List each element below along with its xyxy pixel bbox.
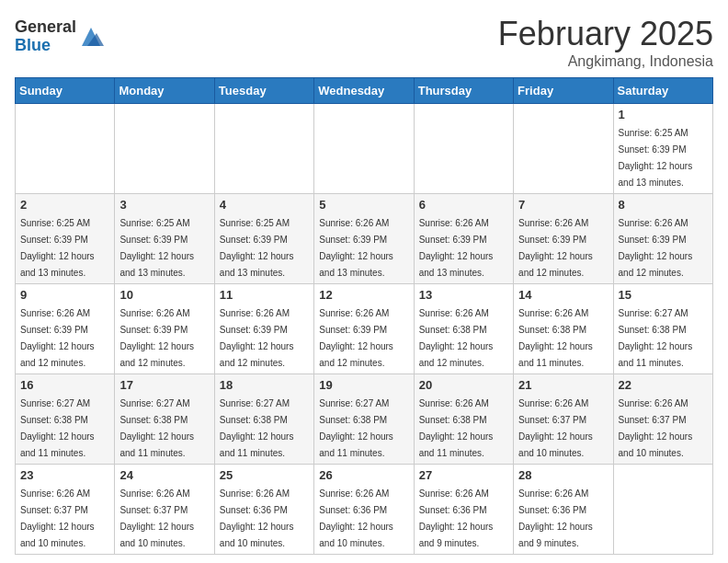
day-info: Sunrise: 6:26 AMSunset: 6:36 PMDaylight:… [220, 488, 294, 548]
day-info: Sunrise: 6:27 AMSunset: 6:38 PMDaylight:… [619, 308, 693, 368]
calendar-cell: 7 Sunrise: 6:26 AMSunset: 6:39 PMDayligh… [514, 194, 613, 284]
calendar-cell: 18 Sunrise: 6:27 AMSunset: 6:38 PMDaylig… [214, 374, 313, 465]
col-thursday: Thursday [414, 78, 513, 104]
logo: General Blue [15, 18, 104, 55]
day-number: 26 [319, 468, 408, 482]
day-info: Sunrise: 6:26 AMSunset: 6:39 PMDaylight:… [319, 308, 393, 368]
calendar-cell [115, 104, 214, 194]
day-number: 9 [20, 288, 109, 302]
day-info: Sunrise: 6:26 AMSunset: 6:38 PMDaylight:… [518, 308, 593, 368]
calendar-cell: 15 Sunrise: 6:27 AMSunset: 6:38 PMDaylig… [613, 284, 712, 374]
day-number: 13 [419, 288, 508, 302]
day-number: 22 [619, 378, 708, 392]
col-sunday: Sunday [16, 78, 115, 104]
col-tuesday: Tuesday [214, 78, 313, 104]
calendar-week-row: 9 Sunrise: 6:26 AMSunset: 6:39 PMDayligh… [16, 284, 713, 374]
col-saturday: Saturday [613, 78, 712, 104]
day-info: Sunrise: 6:25 AMSunset: 6:39 PMDaylight:… [119, 218, 194, 278]
calendar-table: Sunday Monday Tuesday Wednesday Thursday… [15, 77, 713, 555]
day-number: 8 [619, 198, 708, 212]
day-number: 7 [518, 198, 608, 212]
logo-icon [78, 24, 104, 50]
day-info: Sunrise: 6:26 AMSunset: 6:36 PMDaylight:… [419, 488, 494, 548]
calendar-cell: 1 Sunrise: 6:25 AMSunset: 6:39 PMDayligh… [613, 104, 712, 194]
calendar-cell [214, 104, 313, 194]
day-number: 6 [419, 198, 508, 212]
day-info: Sunrise: 6:26 AMSunset: 6:36 PMDaylight:… [518, 488, 593, 548]
calendar-cell: 20 Sunrise: 6:26 AMSunset: 6:38 PMDaylig… [414, 374, 513, 465]
calendar-cell: 10 Sunrise: 6:26 AMSunset: 6:39 PMDaylig… [115, 284, 214, 374]
day-info: Sunrise: 6:26 AMSunset: 6:37 PMDaylight:… [119, 488, 194, 548]
day-number: 15 [619, 288, 708, 302]
calendar-header-row: Sunday Monday Tuesday Wednesday Thursday… [16, 78, 713, 104]
day-info: Sunrise: 6:26 AMSunset: 6:37 PMDaylight:… [20, 488, 95, 548]
calendar-cell: 11 Sunrise: 6:26 AMSunset: 6:39 PMDaylig… [214, 284, 313, 374]
calendar-week-row: 2 Sunrise: 6:25 AMSunset: 6:39 PMDayligh… [16, 194, 713, 284]
day-number: 2 [20, 198, 109, 212]
day-info: Sunrise: 6:26 AMSunset: 6:37 PMDaylight:… [619, 398, 693, 458]
day-info: Sunrise: 6:26 AMSunset: 6:39 PMDaylight:… [220, 308, 294, 368]
day-info: Sunrise: 6:26 AMSunset: 6:39 PMDaylight:… [419, 218, 494, 278]
day-number: 25 [220, 468, 309, 482]
day-number: 3 [119, 198, 209, 212]
calendar-cell: 3 Sunrise: 6:25 AMSunset: 6:39 PMDayligh… [115, 194, 214, 284]
day-number: 28 [518, 468, 608, 482]
calendar-cell: 22 Sunrise: 6:26 AMSunset: 6:37 PMDaylig… [613, 374, 712, 465]
col-friday: Friday [514, 78, 613, 104]
calendar-week-row: 1 Sunrise: 6:25 AMSunset: 6:39 PMDayligh… [16, 104, 713, 194]
day-info: Sunrise: 6:26 AMSunset: 6:38 PMDaylight:… [419, 308, 494, 368]
page-header: General Blue February 2025 Angkimang, In… [15, 15, 713, 70]
calendar-cell: 13 Sunrise: 6:26 AMSunset: 6:38 PMDaylig… [414, 284, 513, 374]
calendar-cell: 9 Sunrise: 6:26 AMSunset: 6:39 PMDayligh… [16, 284, 115, 374]
day-info: Sunrise: 6:27 AMSunset: 6:38 PMDaylight:… [319, 398, 393, 458]
calendar-cell: 14 Sunrise: 6:26 AMSunset: 6:38 PMDaylig… [514, 284, 613, 374]
day-number: 16 [20, 378, 109, 392]
calendar-week-row: 16 Sunrise: 6:27 AMSunset: 6:38 PMDaylig… [16, 374, 713, 465]
calendar-cell: 6 Sunrise: 6:26 AMSunset: 6:39 PMDayligh… [414, 194, 513, 284]
calendar-cell: 28 Sunrise: 6:26 AMSunset: 6:36 PMDaylig… [514, 465, 613, 555]
day-number: 17 [119, 378, 209, 392]
calendar-cell: 8 Sunrise: 6:26 AMSunset: 6:39 PMDayligh… [613, 194, 712, 284]
day-info: Sunrise: 6:26 AMSunset: 6:36 PMDaylight:… [319, 488, 393, 548]
calendar-cell [514, 104, 613, 194]
day-info: Sunrise: 6:25 AMSunset: 6:39 PMDaylight:… [619, 128, 693, 188]
day-number: 24 [119, 468, 209, 482]
calendar-cell: 25 Sunrise: 6:26 AMSunset: 6:36 PMDaylig… [214, 465, 313, 555]
day-info: Sunrise: 6:26 AMSunset: 6:39 PMDaylight:… [119, 308, 194, 368]
calendar-cell: 5 Sunrise: 6:26 AMSunset: 6:39 PMDayligh… [314, 194, 414, 284]
day-info: Sunrise: 6:25 AMSunset: 6:39 PMDaylight:… [220, 218, 294, 278]
day-number: 23 [20, 468, 109, 482]
day-number: 20 [419, 378, 508, 392]
calendar-cell [414, 104, 513, 194]
calendar-cell: 2 Sunrise: 6:25 AMSunset: 6:39 PMDayligh… [16, 194, 115, 284]
title-area: February 2025 Angkimang, Indonesia [498, 15, 713, 70]
logo-text: General Blue [15, 18, 76, 55]
day-number: 10 [119, 288, 209, 302]
col-monday: Monday [115, 78, 214, 104]
calendar-cell: 4 Sunrise: 6:25 AMSunset: 6:39 PMDayligh… [214, 194, 313, 284]
calendar-cell [314, 104, 414, 194]
day-number: 21 [518, 378, 608, 392]
calendar-cell: 16 Sunrise: 6:27 AMSunset: 6:38 PMDaylig… [16, 374, 115, 465]
month-title: February 2025 [498, 15, 713, 53]
logo-general: General [15, 18, 76, 37]
day-number: 18 [220, 378, 309, 392]
day-info: Sunrise: 6:27 AMSunset: 6:38 PMDaylight:… [20, 398, 95, 458]
calendar-cell: 26 Sunrise: 6:26 AMSunset: 6:36 PMDaylig… [314, 465, 414, 555]
calendar-cell: 17 Sunrise: 6:27 AMSunset: 6:38 PMDaylig… [115, 374, 214, 465]
day-info: Sunrise: 6:27 AMSunset: 6:38 PMDaylight:… [119, 398, 194, 458]
day-info: Sunrise: 6:26 AMSunset: 6:39 PMDaylight:… [518, 218, 593, 278]
calendar-cell: 23 Sunrise: 6:26 AMSunset: 6:37 PMDaylig… [16, 465, 115, 555]
day-info: Sunrise: 6:25 AMSunset: 6:39 PMDaylight:… [20, 218, 95, 278]
col-wednesday: Wednesday [314, 78, 414, 104]
day-number: 5 [319, 198, 408, 212]
day-number: 27 [419, 468, 508, 482]
day-info: Sunrise: 6:26 AMSunset: 6:37 PMDaylight:… [518, 398, 593, 458]
calendar-cell: 27 Sunrise: 6:26 AMSunset: 6:36 PMDaylig… [414, 465, 513, 555]
day-info: Sunrise: 6:26 AMSunset: 6:39 PMDaylight:… [20, 308, 95, 368]
day-number: 19 [319, 378, 408, 392]
day-number: 12 [319, 288, 408, 302]
calendar-cell: 19 Sunrise: 6:27 AMSunset: 6:38 PMDaylig… [314, 374, 414, 465]
calendar-cell [613, 465, 712, 555]
day-number: 14 [518, 288, 608, 302]
